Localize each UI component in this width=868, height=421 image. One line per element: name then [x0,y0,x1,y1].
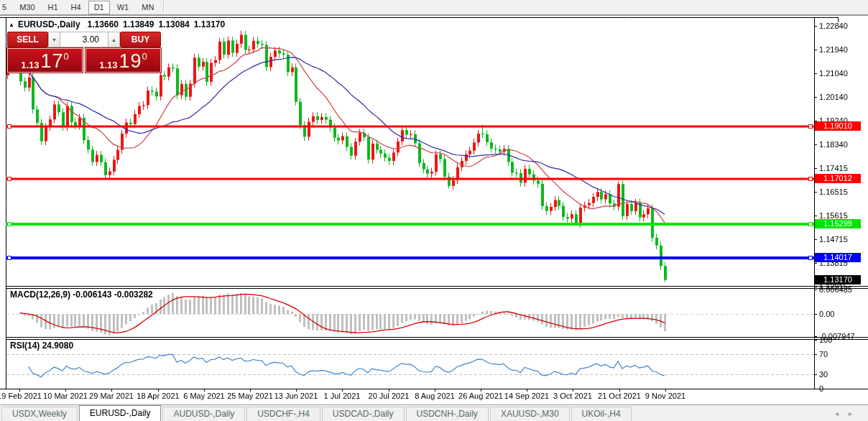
sell-price-pips: 17 [41,52,64,70]
timeframe-toolbar: 5M30H1H4D1W1MN [0,0,868,16]
timeframe-button-m30[interactable]: M30 [14,1,40,14]
tab-scroll-right-icon[interactable]: ▸ [849,410,862,417]
ohlc-close: 1.13170 [194,19,225,29]
tab-scroll-arrows: ◂▸ [835,410,862,417]
symbol-title: EURUSD-,Daily [18,19,80,29]
one-click-trading-panel: SELL ▼ ▲ BUY 1.13 17 0 1.13 19 0 [7,32,162,73]
volume-decrease-button[interactable]: ▼ [48,32,60,47]
spin-down-icon: ▼ [52,37,57,42]
sell-price-prefix: 1.13 [21,60,39,70]
buy-price-pipette: 0 [142,52,147,61]
chart-tab-bar: USDX,WeeklyEURUSD-,DailyAUDUSD-,DailyUSD… [0,404,868,421]
toolbar-separator [163,1,165,13]
symbol-header: ▲ EURUSD-,Daily 1.13660 1.13849 1.13084 … [9,19,229,29]
sell-button[interactable]: SELL [7,32,48,47]
buy-price-tile[interactable]: 1.13 19 0 [86,48,161,73]
chart-tab-usdcad-[interactable]: USDCAD-,Daily [322,407,405,421]
ohlc-high: 1.13849 [123,19,154,29]
ohlc-low: 1.13084 [158,19,189,29]
chart-tab-usdx[interactable]: USDX,Weekly [1,407,78,421]
buy-price-prefix: 1.13 [99,60,117,70]
timeframe-button-h4[interactable]: H4 [65,1,87,14]
sell-price-tile[interactable]: 1.13 17 0 [7,48,83,73]
chart-tab-ukoil-[interactable]: UKOil-,H4 [571,407,632,421]
app-root: 5M30H1H4D1W1MN ▲ EURUSD-,Daily 1.13660 1… [0,0,868,421]
timeframe-button-h1[interactable]: H1 [42,1,64,14]
chart-tab-usdchf-[interactable]: USDCHF-,H4 [246,407,320,421]
chart-tab-usdcnh-[interactable]: USDCNH-,Daily [406,407,489,421]
timeframe-button-mn[interactable]: MN [136,1,160,14]
buy-button[interactable]: BUY [120,32,161,47]
timeframe-button-w1[interactable]: W1 [111,1,135,14]
volume-increase-button[interactable]: ▲ [108,32,120,47]
expand-panel-icon[interactable]: ▲ [9,22,14,28]
chart-tab-eurusd-[interactable]: EURUSD-,Daily [79,405,162,421]
sell-price-pipette: 0 [64,52,69,61]
ohlc-open: 1.13660 [88,19,119,29]
tab-scroll-left-icon[interactable]: ◂ [835,410,849,417]
timeframe-button-5[interactable]: 5 [0,1,12,14]
chart-tab-audusd-[interactable]: AUDUSD-,Daily [162,407,245,421]
buy-price-pips: 19 [119,52,142,70]
spin-up-icon: ▲ [111,37,116,42]
volume-input[interactable] [60,32,108,47]
timeframe-button-d1[interactable]: D1 [88,1,110,14]
chart-tab-xauusd-[interactable]: XAUUSD-,M30 [490,407,570,421]
